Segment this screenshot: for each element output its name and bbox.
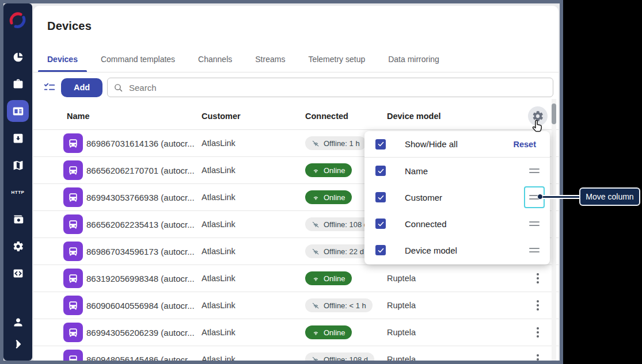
column-header-customer[interactable]: Customer (202, 112, 305, 121)
http-icon: HTTP (12, 190, 25, 195)
wifi-icon (311, 328, 320, 337)
device-customer: AtlasLink (202, 220, 305, 229)
add-button[interactable]: Add (61, 78, 102, 97)
device-customer: AtlasLink (202, 247, 305, 256)
search-input[interactable] (129, 83, 547, 93)
sidebar-item-settings[interactable] (7, 235, 29, 257)
briefcase-icon (12, 78, 24, 90)
connection-status-label: Online (324, 166, 345, 175)
sidebar-item-workspace[interactable] (7, 73, 29, 95)
column-menu-item-label: Name (405, 166, 524, 176)
sidebar-item-media[interactable] (7, 208, 29, 230)
vehicle-icon (63, 323, 83, 342)
device-customer: AtlasLink (202, 328, 305, 337)
device-name: 869943053766938 (autocr... (86, 193, 202, 202)
connection-status-badge: Online (305, 190, 352, 204)
device-model: Ruptela (387, 274, 524, 283)
checkbox-checked-icon[interactable] (375, 139, 386, 150)
checkbox-checked-icon[interactable] (375, 192, 386, 202)
connection-status-badge: Offline: < 1 h (305, 298, 373, 312)
vehicle-icon (63, 269, 83, 288)
column-menu-item[interactable]: Device model (364, 237, 550, 263)
search-box[interactable] (107, 78, 553, 97)
move-column-label: Move column (586, 192, 633, 201)
sidebar-item-integrations[interactable] (7, 262, 29, 284)
column-menu-item[interactable]: Name (364, 158, 550, 184)
vehicle-icon (63, 133, 83, 153)
wifi-icon (311, 193, 320, 202)
checkbox-checked-icon[interactable] (375, 245, 386, 255)
connection-status-label: Offline: 108 d (324, 355, 368, 361)
table-header: Name Customer Connected Device model (33, 102, 559, 130)
connection-status-badge: Online (305, 271, 352, 285)
device-customer: AtlasLink (202, 193, 305, 202)
sidebar-item-devices[interactable] (7, 100, 29, 122)
drag-handle-box[interactable] (524, 213, 545, 235)
connection-status-badge: Offline: 22 d (305, 244, 370, 258)
callout-connector-dot (537, 194, 543, 200)
sidebar-item-account[interactable] (7, 311, 29, 333)
table-row[interactable]: 863192056998348 (autocr... AtlasLink Onl… (33, 265, 559, 292)
checkbox-checked-icon[interactable] (375, 166, 386, 176)
row-menu-button[interactable] (534, 271, 541, 286)
row-menu-button[interactable] (534, 352, 541, 361)
table-row[interactable]: 860948056145486 (autocr... AtlasLink Off… (33, 346, 559, 361)
row-menu-button[interactable] (534, 298, 541, 313)
show-hide-all-row[interactable]: Show/Hide all Reset (364, 131, 550, 158)
vehicle-icon (63, 296, 83, 315)
checkbox-checked-icon[interactable] (375, 219, 386, 229)
column-menu-item[interactable]: Customer (364, 184, 550, 210)
column-header-name[interactable]: Name (63, 112, 202, 121)
tab-command-templates[interactable]: Command templates (92, 46, 184, 72)
wifi-off-icon (311, 355, 320, 361)
vehicle-icon (63, 350, 83, 361)
sidebar-item-map[interactable] (7, 154, 29, 176)
reset-columns-link[interactable]: Reset (514, 140, 541, 149)
connection-status-badge: Online (305, 325, 352, 339)
chevron-right-icon (12, 338, 24, 350)
sidebar-item-firmware[interactable] (7, 127, 29, 149)
connection-status-label: Offline: < 1 h (324, 301, 366, 310)
column-header-device-model[interactable]: Device model (387, 112, 524, 121)
device-name: 869943056206239 (autocr... (86, 328, 202, 338)
pie-chart-icon (12, 51, 24, 63)
device-name: 863192056998348 (autocr... (86, 274, 202, 283)
connection-status-label: Online (324, 274, 345, 283)
tab-streams[interactable]: Streams (246, 46, 294, 72)
device-model: Ruptela (387, 301, 524, 310)
device-name: 869867034596173 (autocr... (86, 247, 202, 256)
tab-channels[interactable]: Channels (189, 46, 241, 72)
device-customer: AtlasLink (202, 301, 305, 310)
sidebar-item-dashboard[interactable] (7, 46, 29, 68)
row-menu-button[interactable] (534, 325, 541, 340)
sidebar-expand-button[interactable] (7, 333, 29, 355)
app-window: HTTP Devices DevicesComman (0, 0, 563, 364)
bulk-select-icon[interactable] (43, 81, 56, 94)
table-row[interactable]: 860906040556984 (autocr... AtlasLink Off… (33, 292, 559, 319)
move-column-callout: Move column (579, 187, 640, 206)
column-settings-button[interactable] (528, 106, 548, 126)
sidebar-item-http[interactable]: HTTP (7, 181, 29, 203)
table-row[interactable]: 869943056206239 (autocr... AtlasLink Onl… (33, 319, 559, 346)
toolbar: Add (33, 72, 559, 102)
gear-icon (12, 240, 24, 252)
device-name: 869867031614136 (autocr... (86, 139, 202, 148)
drag-handle-box[interactable] (524, 239, 545, 261)
wifi-off-icon (311, 301, 320, 310)
gear-icon (531, 110, 544, 122)
vehicle-icon (63, 242, 83, 261)
drag-handle-box[interactable] (524, 160, 545, 182)
column-menu-item[interactable]: Connected (364, 210, 550, 237)
connection-status-label: Online (324, 328, 345, 337)
connection-status-label: Offline: 108 d (324, 220, 368, 229)
column-settings-menu: Show/Hide all Reset Name Customer Connec… (364, 131, 550, 265)
tab-telemetry-setup[interactable]: Telemetry setup (299, 46, 374, 72)
media-library-icon (12, 213, 24, 225)
tab-data-mirroring[interactable]: Data mirroring (379, 46, 449, 72)
scrollbar-thumb[interactable] (552, 104, 556, 124)
wifi-off-icon (311, 247, 320, 256)
person-icon (12, 316, 24, 328)
column-header-connected[interactable]: Connected (305, 112, 387, 121)
tab-devices[interactable]: Devices (38, 46, 87, 72)
table-scrollbar[interactable] (552, 99, 556, 361)
